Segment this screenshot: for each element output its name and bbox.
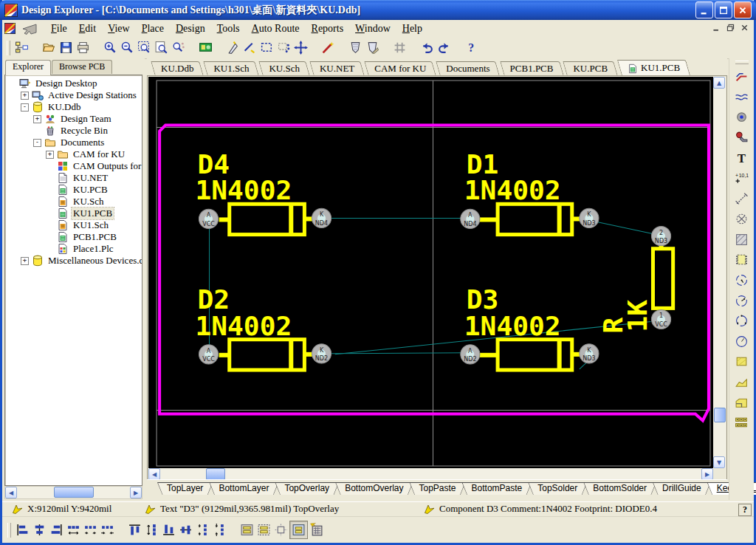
doc-tab-ku-sch[interactable]: KU.Sch	[261, 61, 308, 75]
tree-item-documents[interactable]: -Documents	[5, 137, 142, 148]
maximize-button[interactable]	[715, 1, 732, 18]
space-vertical-button[interactable]	[194, 521, 211, 538]
place-fill-hatch-button[interactable]	[733, 231, 750, 248]
layer-tab-bottomoverlay[interactable]: BottomOverlay	[335, 482, 413, 495]
arrange-outside-button[interactable]	[272, 521, 289, 538]
mdi-close-button[interactable]	[738, 22, 751, 33]
align-center-vertical-button[interactable]	[177, 521, 194, 538]
tree-item-design-desktop[interactable]: Design Desktop	[5, 78, 142, 89]
full-circle-button[interactable]	[733, 333, 750, 350]
split-plane-button[interactable]	[733, 394, 750, 411]
mdi-minimize-button[interactable]	[710, 22, 723, 33]
open-document-button[interactable]	[41, 39, 58, 56]
doc-tab-ku-pcb[interactable]: KU.PCB	[565, 61, 616, 75]
place-cutout-button[interactable]	[733, 210, 750, 227]
hscroll-thumb[interactable]	[206, 468, 225, 480]
layer-tab-topsolder[interactable]: TopSolder	[528, 482, 587, 495]
arrange-within-rectangle-button[interactable]	[255, 521, 272, 538]
polygon-shield-button[interactable]	[347, 39, 364, 56]
layer-tab-topoverlay[interactable]: TopOverlay	[275, 482, 339, 495]
scroll-right-button[interactable]: ▶	[130, 487, 142, 498]
place-track-button[interactable]	[733, 68, 750, 85]
menu-tools[interactable]: Tools	[211, 22, 246, 35]
move-selection-button[interactable]	[275, 39, 292, 56]
expand-minus-icon[interactable]: -	[33, 139, 41, 147]
menu-reports[interactable]: Reports	[306, 22, 350, 35]
doc-tab-cam-for-ku[interactable]: CAM for KU	[366, 61, 434, 75]
scroll-left-button[interactable]: ◀	[5, 487, 17, 498]
expand-plus-icon[interactable]: +	[33, 115, 41, 123]
layer-tab-bottompaste[interactable]: BottomPaste	[462, 482, 532, 495]
expand-minus-icon[interactable]: -	[21, 103, 29, 112]
align-top-button[interactable]	[126, 521, 143, 538]
shrink-vertical-button[interactable]	[211, 521, 228, 538]
polygon-edit-button[interactable]	[364, 39, 381, 56]
zoom-document-button[interactable]	[153, 39, 170, 56]
minimize-button[interactable]	[695, 1, 713, 18]
select-area-button[interactable]	[258, 39, 275, 56]
explorer-tree-button[interactable]	[13, 39, 30, 56]
place-pad-button[interactable]	[733, 129, 750, 146]
arrange-within-room-button[interactable]	[238, 521, 255, 538]
scroll-left-button[interactable]: ◀	[148, 468, 160, 480]
zoom-area-button[interactable]	[136, 39, 153, 56]
place-fill-button[interactable]	[733, 353, 750, 370]
tree-item-place1-plc[interactable]: Place1.Plc	[5, 243, 142, 255]
interactive-placement-button[interactable]	[308, 521, 325, 538]
menu-edit[interactable]: Edit	[73, 22, 102, 35]
align-left-button[interactable]	[14, 521, 31, 538]
place-arc-edge-button[interactable]	[733, 89, 750, 106]
panel-tab-browse-pcb[interactable]: Browse PCB	[52, 60, 112, 74]
undo-button[interactable]	[419, 39, 436, 56]
editor-vertical-scrollbar[interactable]: ▲ ▼	[713, 77, 726, 468]
layer-tab-bottomsolder[interactable]: BottomSolder	[583, 482, 656, 495]
place-line-button[interactable]	[241, 39, 258, 56]
layer-tab-drillguide[interactable]: DrillGuide	[653, 482, 711, 495]
zoom-selection-button[interactable]	[170, 39, 187, 56]
doc-tab-documents[interactable]: Documents	[438, 61, 498, 75]
place-via-button[interactable]	[733, 109, 750, 126]
place-string-button[interactable]: T	[733, 149, 750, 166]
place-room-button[interactable]	[289, 521, 308, 539]
doc-tab-ku1-sch[interactable]: KU1.Sch	[205, 61, 257, 75]
expand-plus-icon[interactable]: +	[21, 257, 29, 265]
expand-plus-icon[interactable]: +	[21, 92, 29, 100]
shrink-horizontal-button[interactable]	[99, 521, 116, 538]
menu-design[interactable]: Design	[170, 22, 211, 35]
save-button[interactable]	[58, 39, 75, 56]
mdi-restore-button[interactable]	[724, 22, 737, 33]
tree-item-ku1-pcb[interactable]: KU1.PCB	[5, 208, 142, 219]
vscroll-thumb[interactable]	[714, 408, 726, 422]
tree-item-pcb1-pcb[interactable]: PCB1.PCB	[5, 231, 142, 243]
menu-view[interactable]: View	[102, 22, 136, 35]
pad-array-button[interactable]	[733, 414, 750, 431]
layer-tab-toplayer[interactable]: TopLayer	[157, 482, 213, 495]
menu-window[interactable]: Window	[349, 22, 396, 35]
arc-angle-button[interactable]	[733, 292, 750, 309]
menu-auto-route[interactable]: Auto Route	[246, 22, 306, 35]
place-dimension-button[interactable]	[733, 191, 750, 208]
menu-place[interactable]: Place	[136, 22, 170, 35]
tree-item-miscellaneous-devices-ddb[interactable]: +Miscellaneous Devices.ddb	[5, 255, 142, 267]
arc-3point-button[interactable]	[733, 312, 750, 329]
scroll-down-button[interactable]: ▼	[713, 456, 725, 468]
doc-tab-ku-net[interactable]: KU.NET	[312, 61, 362, 75]
print-button[interactable]	[75, 39, 92, 56]
redo-button[interactable]	[436, 39, 453, 56]
align-right-button[interactable]	[48, 521, 65, 538]
move-component-button[interactable]	[292, 39, 309, 56]
tree-item-cam-outputs-for-ku[interactable]: CAM Outputs for KU	[5, 160, 142, 172]
scroll-up-button[interactable]: ▲	[713, 77, 725, 89]
layer-tab-bottomlayer[interactable]: BottomLayer	[209, 482, 278, 495]
doc-tab-ku-ddb[interactable]: KU.Ddb	[153, 61, 202, 75]
close-button[interactable]	[734, 1, 752, 18]
doc-tab-pcb1-pcb[interactable]: PCB1.PCB	[502, 61, 562, 75]
place-coordinate-button[interactable]: 10,10+	[733, 170, 750, 187]
edit-knife-button[interactable]	[224, 39, 241, 56]
pcb-canvas[interactable]: D41N4002AVCCKND4D11N4002AND4KND3D21N4002…	[148, 77, 713, 468]
place-bitmap-button[interactable]	[197, 39, 214, 56]
toggle-grid-button[interactable]	[391, 39, 408, 56]
align-center-horizontal-button[interactable]	[31, 521, 48, 538]
menu-file[interactable]: File	[45, 22, 73, 35]
zoom-out-button[interactable]	[119, 39, 136, 56]
